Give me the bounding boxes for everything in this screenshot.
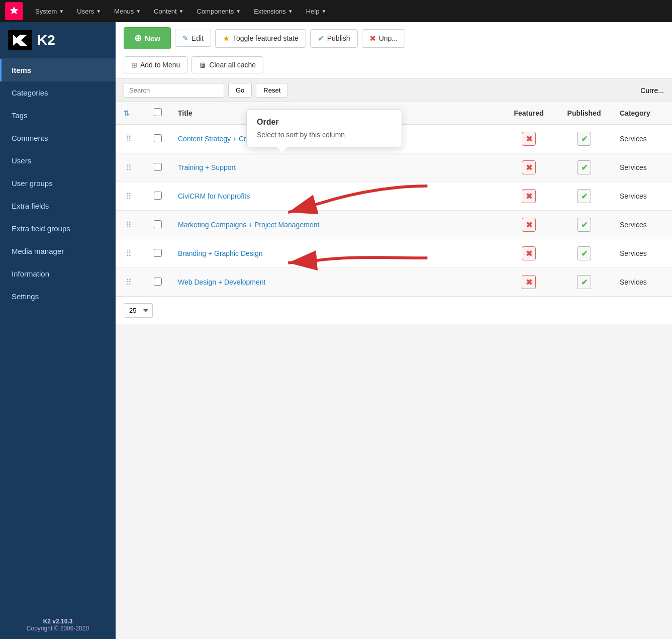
col-header-published[interactable]: Published: [556, 102, 612, 124]
plus-icon: ⊕: [134, 33, 142, 44]
sidebar-item-extrafieldgroups[interactable]: Extra field groups: [0, 217, 116, 240]
col-header-category[interactable]: Category: [612, 102, 672, 124]
row-select-checkbox[interactable]: [154, 249, 162, 257]
col-header-featured[interactable]: Featured: [501, 102, 556, 124]
drag-handle-icon[interactable]: ⠿: [124, 135, 134, 143]
item-title-link[interactable]: Web Design + Development: [178, 278, 265, 286]
row-select-checkbox[interactable]: [154, 134, 162, 142]
published-status-icon[interactable]: ✔: [577, 275, 591, 289]
item-title-link[interactable]: Marketing Campaigns + Project Management: [178, 221, 319, 229]
row-published: ✔: [556, 124, 612, 153]
nav-system[interactable]: System ▼: [29, 4, 70, 19]
nav-users[interactable]: Users ▼: [71, 4, 107, 19]
chevron-down-icon: ▼: [236, 9, 241, 14]
row-category: Services: [612, 239, 672, 268]
featured-status-icon[interactable]: ✖: [522, 132, 536, 146]
sidebar-item-settings[interactable]: Settings: [0, 285, 116, 308]
drag-handle-icon[interactable]: ⠿: [124, 221, 134, 229]
toolbar-row-1: ⊕ New ✎ Edit ★ Toggle featured state ✔ P…: [124, 27, 664, 49]
sidebar-item-categories[interactable]: Categories: [0, 81, 116, 104]
new-button[interactable]: ⊕ New: [124, 27, 171, 49]
chevron-down-icon: ▼: [179, 9, 184, 14]
sidebar-item-users[interactable]: Users: [0, 149, 116, 172]
sidebar-item-information[interactable]: Information: [0, 262, 116, 285]
nav-help[interactable]: Help ▼: [300, 4, 333, 19]
top-nav-items: System ▼ Users ▼ Menus ▼ Content ▼ Compo…: [29, 4, 332, 19]
tooltip-title: Order: [257, 118, 392, 127]
x-icon: ✖: [526, 249, 532, 258]
sidebar-item-items[interactable]: Items: [0, 59, 116, 81]
k2-copyright: Copyright © 2006-2020: [8, 625, 108, 632]
drag-handle-icon[interactable]: ⠿: [124, 249, 134, 258]
row-featured: ✖: [501, 182, 556, 211]
addmenu-button[interactable]: ⊞ Add to Menu: [124, 56, 187, 73]
published-status-icon[interactable]: ✔: [577, 189, 591, 203]
drag-handle-icon[interactable]: ⠿: [124, 278, 134, 287]
order-tooltip: Order Select to sort by this column: [246, 109, 402, 147]
featured-status-icon[interactable]: ✖: [522, 218, 536, 232]
check-icon: ✔: [581, 134, 588, 144]
publish-button[interactable]: ✔ Publish: [310, 29, 358, 48]
x-icon: ✖: [526, 163, 532, 172]
featured-status-icon[interactable]: ✖: [522, 189, 536, 203]
sidebar-item-tags[interactable]: Tags: [0, 104, 116, 127]
page-content: Go Reset Curre... Order Select to sort b…: [116, 79, 672, 639]
col-header-order[interactable]: ⇅: [116, 102, 146, 124]
drag-handle-icon[interactable]: ⠿: [124, 163, 134, 172]
published-status-icon[interactable]: ✔: [577, 132, 591, 146]
row-select-checkbox[interactable]: [154, 278, 162, 286]
featured-status-icon[interactable]: ✖: [522, 275, 536, 289]
toolbar-row-2: ⊞ Add to Menu 🗑 Clear all cache: [124, 56, 664, 73]
nav-extensions[interactable]: Extensions ▼: [248, 4, 299, 19]
nav-components[interactable]: Components ▼: [191, 4, 247, 19]
sidebar-item-comments[interactable]: Comments: [0, 127, 116, 149]
sidebar-nav: Items Categories Tags Comments Users Use…: [0, 59, 116, 611]
nav-content[interactable]: Content ▼: [148, 4, 189, 19]
menu-icon: ⊞: [131, 61, 137, 69]
table-row: ⠿ Marketing Campaigns + Project Manageme…: [116, 211, 672, 239]
reset-button[interactable]: Reset: [256, 83, 288, 98]
go-button[interactable]: Go: [228, 83, 252, 98]
row-select-checkbox[interactable]: [154, 192, 162, 200]
featured-status-icon[interactable]: ✖: [522, 160, 536, 174]
edit-icon: ✎: [182, 34, 188, 42]
row-title: Web Design + Development: [170, 268, 501, 297]
select-all-checkbox[interactable]: [154, 108, 162, 116]
search-input[interactable]: [124, 83, 224, 98]
sidebar-item-usergroups[interactable]: User groups: [0, 172, 116, 195]
row-select-checkbox[interactable]: [154, 220, 162, 228]
published-status-icon[interactable]: ✔: [577, 160, 591, 174]
unpublish-button[interactable]: ✖ Unp...: [362, 29, 405, 48]
item-title-link[interactable]: CiviCRM for Nonprofits: [178, 192, 250, 200]
nav-menus[interactable]: Menus ▼: [108, 4, 147, 19]
col-header-checkbox[interactable]: [146, 102, 170, 124]
published-status-icon[interactable]: ✔: [577, 246, 591, 260]
row-category: Services: [612, 268, 672, 297]
row-category: Services: [612, 153, 672, 182]
row-select-checkbox[interactable]: [154, 163, 162, 171]
joomla-logo: [5, 2, 23, 20]
toggle-featured-button[interactable]: ★ Toggle featured state: [215, 29, 306, 48]
sidebar-item-mediamanager[interactable]: Media manager: [0, 240, 116, 262]
x-icon: ✖: [526, 192, 532, 201]
drag-cell: ⠿: [116, 153, 146, 182]
pagination-row: 5 10 15 20 25 30 50 100 All: [116, 297, 672, 324]
item-title-link[interactable]: Training + Support: [178, 163, 236, 171]
drag-cell: ⠿: [116, 211, 146, 239]
published-status-icon[interactable]: ✔: [577, 218, 591, 232]
drag-handle-icon[interactable]: ⠿: [124, 192, 134, 201]
clear-cache-button[interactable]: 🗑 Clear all cache: [191, 56, 263, 73]
filter-row: Go Reset Curre...: [116, 79, 672, 102]
chevron-down-icon: ▼: [288, 9, 293, 14]
sidebar-item-extrafields[interactable]: Extra fields: [0, 195, 116, 217]
drag-cell: ⠿: [116, 268, 146, 297]
per-page-select[interactable]: 5 10 15 20 25 30 50 100 All: [124, 303, 153, 318]
edit-button[interactable]: ✎ Edit: [175, 30, 211, 47]
x-icon: ✖: [526, 278, 532, 287]
featured-status-icon[interactable]: ✖: [522, 246, 536, 260]
chevron-down-icon: ▼: [96, 9, 101, 14]
item-title-link[interactable]: Branding + Graphic Design: [178, 249, 263, 257]
row-published: ✔: [556, 268, 612, 297]
table-row: ⠿ Branding + Graphic Design ✖ ✔ Services: [116, 239, 672, 268]
row-published: ✔: [556, 211, 612, 239]
